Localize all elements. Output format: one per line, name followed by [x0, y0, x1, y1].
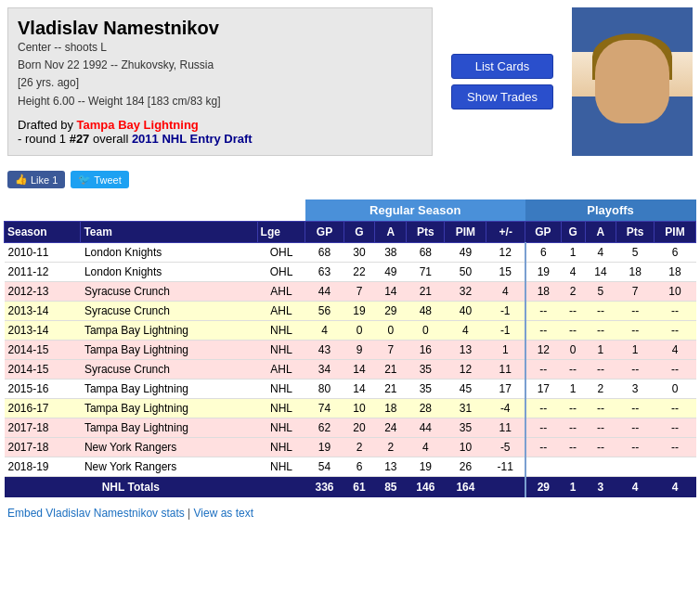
cell-a: 13	[375, 457, 407, 477]
player-photo-placeholder	[572, 7, 693, 156]
cell-p-a: --	[585, 399, 616, 418]
cell-p-gp: --	[525, 418, 562, 438]
show-trades-button[interactable]: Show Trades	[451, 84, 553, 109]
cell-team: Syracuse Crunch	[81, 302, 257, 321]
table-row: 2015-16Tampa Bay LightningNHL80142135451…	[5, 380, 696, 399]
cell-p-a: --	[585, 302, 616, 321]
cell-lge: AHL	[257, 360, 305, 380]
like-label: Like 1	[31, 174, 58, 186]
action-buttons: List Cards Show Trades	[442, 7, 563, 156]
cell-p-a	[585, 457, 616, 477]
cell-p-a: 1	[585, 341, 616, 360]
player-info-box: Vladislav Namestnikov Center -- shoots L…	[7, 7, 433, 156]
cell-p-a: --	[585, 321, 616, 341]
cell-pts: 28	[407, 399, 445, 418]
totals-pim: 164	[445, 477, 486, 498]
cell-p-pts: 18	[616, 263, 655, 282]
like-button[interactable]: 👍 Like 1	[7, 171, 65, 188]
totals-row: NHL Totals 336 61 85 146 164 29 1 3 4 4	[5, 477, 696, 498]
cell-p-a: 4	[585, 243, 616, 263]
totals-gp: 336	[305, 477, 344, 498]
col-season: Season	[5, 222, 81, 243]
cell-p-gp: 18	[525, 282, 562, 302]
cell-season: 2012-13	[5, 282, 81, 302]
table-row: 2011-12London KnightsOHL6322497150151941…	[5, 263, 696, 282]
cell-pim: 49	[445, 243, 486, 263]
cell-p-gp: --	[525, 302, 562, 321]
cell-season: 2014-15	[5, 341, 81, 360]
cell-p-g: --	[561, 399, 585, 418]
cell-p-pim: --	[655, 399, 696, 418]
cell-pts: 21	[407, 282, 445, 302]
photo-face	[595, 40, 669, 123]
col-g: G	[344, 222, 375, 243]
cell-pim: 13	[445, 341, 486, 360]
cell-p-gp: 19	[525, 263, 562, 282]
cell-team: Tampa Bay Lightning	[81, 418, 257, 438]
col-team: Team	[81, 222, 257, 243]
cell-g: 7	[344, 282, 375, 302]
cell-lge: NHL	[257, 457, 305, 477]
cell-gp: 74	[305, 399, 344, 418]
col-p-a: A	[585, 222, 616, 243]
table-row: 2013-14Syracuse CrunchAHL5619294840-1---…	[5, 302, 696, 321]
cell-lge: NHL	[257, 341, 305, 360]
stats-table: Regular Season Playoffs Season Team Lge …	[4, 199, 696, 497]
cell-pim: 32	[445, 282, 486, 302]
cell-p-a: 5	[585, 282, 616, 302]
view-text-link[interactable]: View as text	[194, 507, 253, 520]
cell-p-g: 1	[561, 380, 585, 399]
cell-season: 2017-18	[5, 418, 81, 438]
cell-a: 0	[375, 321, 407, 341]
cell-p-gp: --	[525, 360, 562, 380]
cell-season: 2011-12	[5, 263, 81, 282]
cell-p-pts: --	[616, 418, 655, 438]
cell-gp: 43	[305, 341, 344, 360]
cell-p-gp	[525, 457, 562, 477]
list-cards-button[interactable]: List Cards	[451, 54, 553, 79]
cell-p-a: --	[585, 360, 616, 380]
cell-a: 29	[375, 302, 407, 321]
cell-pim: 12	[445, 360, 486, 380]
cell-pim: 40	[445, 302, 486, 321]
cell-pm: 12	[486, 243, 525, 263]
cell-pm: -4	[486, 399, 525, 418]
cell-p-g	[561, 457, 585, 477]
col-gp: GP	[305, 222, 344, 243]
cell-p-pts: 5	[616, 243, 655, 263]
cell-gp: 19	[305, 438, 344, 457]
draft-team[interactable]: Tampa Bay Lightning	[77, 118, 199, 132]
cell-lge: OHL	[257, 243, 305, 263]
cell-lge: OHL	[257, 263, 305, 282]
cell-gp: 44	[305, 282, 344, 302]
cell-season: 2017-18	[5, 438, 81, 457]
cell-team: London Knights	[81, 243, 257, 263]
cell-p-pim: --	[655, 438, 696, 457]
tweet-button[interactable]: 🐦 Tweet	[71, 171, 128, 188]
cell-a: 21	[375, 380, 407, 399]
cell-g: 0	[344, 321, 375, 341]
cell-a: 18	[375, 399, 407, 418]
cell-pm: 1	[486, 341, 525, 360]
cell-g: 2	[344, 438, 375, 457]
cell-p-g: --	[561, 418, 585, 438]
cell-a: 38	[375, 243, 407, 263]
cell-pm: 11	[486, 418, 525, 438]
cell-p-pim: 4	[655, 341, 696, 360]
cell-p-pim: 10	[655, 282, 696, 302]
table-row: 2017-18Tampa Bay LightningNHL62202444351…	[5, 418, 696, 438]
cell-team: Syracuse Crunch	[81, 360, 257, 380]
cell-team: New York Rangers	[81, 438, 257, 457]
embed-link[interactable]: Embed Vladislav Namestnikov stats	[7, 507, 185, 520]
table-row: 2014-15Syracuse CrunchAHL341421351211---…	[5, 360, 696, 380]
table-row: 2010-11London KnightsOHL6830386849126145…	[5, 243, 696, 263]
cell-team: London Knights	[81, 263, 257, 282]
table-row: 2017-18New York RangersNHL1922410-5-----…	[5, 438, 696, 457]
cell-pts: 48	[407, 302, 445, 321]
cell-pm: -11	[486, 457, 525, 477]
cell-season: 2018-19	[5, 457, 81, 477]
player-born: Born Nov 22 1992 -- Zhukovsky, Russia	[18, 58, 214, 71]
cell-p-gp: 12	[525, 341, 562, 360]
totals-label: NHL Totals	[5, 477, 258, 498]
cell-pts: 19	[407, 457, 445, 477]
